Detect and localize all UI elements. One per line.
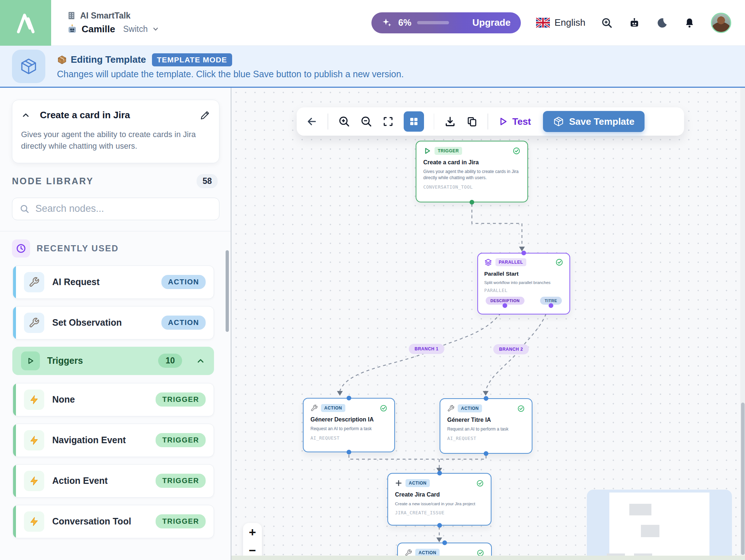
node-title: Génerer Description IA	[310, 416, 387, 423]
node-item-ai-request[interactable]: AI Request ACTION	[13, 265, 214, 299]
node-badge: ACTION	[458, 404, 482, 412]
back-button[interactable]	[306, 116, 318, 127]
node-item-action-event[interactable]: Action Event TRIGGER	[13, 464, 214, 498]
node-item-conversation-tool[interactable]: Conversation Tool TRIGGER	[13, 505, 214, 538]
node-item-label: Navigation Event	[52, 435, 126, 445]
tool-summary-card: Create a card in Jira Gives your agent t…	[12, 100, 219, 163]
node-type-badge: TRIGGER	[156, 433, 206, 447]
test-button[interactable]: Test	[498, 116, 531, 127]
minimap[interactable]	[587, 490, 732, 560]
check-circle-icon	[517, 405, 525, 412]
save-template-button[interactable]: Save Template	[543, 111, 645, 132]
play-icon	[498, 116, 508, 127]
node-type-badge: ACTION	[161, 316, 206, 330]
node-output-handle[interactable]	[437, 523, 442, 528]
node-title: Génerer Titre IA	[447, 417, 525, 423]
notifications-button[interactable]	[683, 17, 696, 29]
node-badge: ACTION	[406, 479, 430, 487]
node-item-none[interactable]: None TRIGGER	[13, 383, 214, 416]
upgrade-label: Upgrade	[472, 17, 510, 28]
node-code: AI_REQUEST	[310, 435, 387, 441]
upgrade-button[interactable]: 6% Upgrade	[371, 12, 521, 33]
duplicate-button[interactable]	[466, 116, 478, 127]
language-selector[interactable]: English	[536, 17, 585, 28]
node-input-handle[interactable]	[347, 396, 351, 400]
workflow-node-create-jira-card[interactable]: ACTION Create Jira Card Create a new iss…	[387, 473, 491, 526]
template-mode-badge: TEMPLATE MODE	[152, 53, 232, 66]
minimap-viewport	[609, 493, 709, 560]
node-code: CONVERSATION_TOOL	[423, 184, 520, 190]
sidebar-scrollbar[interactable]	[226, 250, 229, 332]
node-output-handle[interactable]	[470, 200, 474, 205]
node-item-set-observation[interactable]: Set Observation ACTION	[13, 306, 214, 339]
triggers-group-header[interactable]: Triggers 10	[12, 347, 214, 375]
node-search-box[interactable]	[12, 198, 219, 220]
node-title: Create a card in Jira	[423, 159, 520, 166]
parallel-output-titre[interactable]: TITRE	[540, 297, 562, 305]
play-icon	[21, 351, 40, 370]
workflow-node-generer-titre[interactable]: ACTION Génerer Titre IA Request an AI to…	[440, 398, 532, 454]
node-output-handle[interactable]	[503, 303, 507, 308]
zoom-in-button[interactable]	[338, 115, 350, 128]
app-logo[interactable]	[0, 0, 51, 46]
node-item-label: Action Event	[52, 475, 108, 486]
lightning-icon	[24, 511, 44, 532]
node-input-handle[interactable]	[522, 251, 526, 255]
parallel-output-description[interactable]: DESCRIPTION	[486, 297, 524, 305]
check-circle-icon	[513, 147, 520, 155]
grid-layout-button[interactable]	[404, 111, 424, 132]
node-library-sidebar: Create a card in Jira Gives your agent t…	[0, 88, 231, 560]
logo-icon	[13, 10, 39, 36]
edit-pencil-icon[interactable]	[199, 110, 210, 121]
dark-mode-toggle[interactable]	[656, 17, 668, 29]
node-item-label: AI Request	[52, 277, 100, 287]
node-description: Gives your agent the ability to create c…	[423, 169, 520, 181]
node-type-badge: TRIGGER	[156, 514, 206, 528]
workflow-node-generer-description[interactable]: ACTION Génerer Description IA Request an…	[303, 398, 395, 452]
node-input-handle[interactable]	[437, 471, 442, 475]
node-item-label: Conversation Tool	[52, 516, 131, 527]
workflow-canvas[interactable]: Test Save Template TRIGGER Create a card…	[231, 88, 745, 560]
vertical-scrollbar[interactable]	[740, 88, 745, 560]
node-type-badge: ACTION	[161, 275, 206, 289]
node-description: Request an AI to perform a task	[310, 426, 387, 432]
switch-agent-button[interactable]: Switch	[123, 24, 148, 34]
play-icon	[423, 147, 431, 155]
node-description: Request an AI to perform a task	[447, 426, 525, 432]
collapse-chevron-up-icon[interactable]	[21, 111, 30, 120]
node-code: AI_REQUEST	[447, 436, 525, 441]
node-output-handle[interactable]	[548, 303, 553, 308]
agent-name: Camille	[82, 24, 115, 35]
download-button[interactable]	[444, 115, 456, 128]
assistant-bot-button[interactable]	[628, 17, 641, 29]
node-input-handle[interactable]	[484, 396, 489, 401]
lightning-icon	[24, 430, 44, 450]
zoom-in-control[interactable]: +	[243, 523, 262, 541]
language-label: English	[555, 17, 585, 28]
tool-description: Gives your agent the ability to create c…	[21, 129, 210, 152]
workflow-node-trigger[interactable]: TRIGGER Create a card in Jira Gives your…	[416, 141, 528, 202]
search-input[interactable]	[36, 203, 212, 214]
test-label: Test	[513, 116, 531, 127]
user-avatar[interactable]	[711, 13, 731, 33]
node-code: JIRA_CREATE_ISSUE	[395, 510, 484, 515]
node-description: Split workflow into parallel branches	[484, 280, 563, 285]
minimap-node	[629, 504, 651, 515]
zoom-out-button[interactable]	[360, 115, 372, 128]
canvas-toolbar: Test Save Template	[297, 107, 684, 136]
workflow-node-parallel-start[interactable]: PARALLEL Parallel Start Split workflow i…	[477, 253, 570, 314]
scrollbar-thumb[interactable]	[741, 403, 745, 555]
toolbar-divider	[434, 114, 435, 129]
tool-title: Create a card in Jira	[40, 110, 130, 121]
node-input-handle[interactable]	[442, 540, 447, 545]
node-title: Parallel Start	[484, 271, 563, 277]
node-output-handle[interactable]	[347, 450, 351, 454]
chevron-down-icon[interactable]	[152, 25, 159, 33]
sparkles-icon	[382, 17, 392, 28]
node-library-title: NODE LIBRARY	[12, 176, 94, 186]
fit-view-button[interactable]	[382, 116, 394, 127]
node-item-navigation-event[interactable]: Navigation Event TRIGGER	[13, 424, 214, 457]
node-output-handle[interactable]	[484, 451, 489, 456]
search-icon	[20, 203, 30, 214]
search-zoom-button[interactable]	[601, 17, 613, 29]
